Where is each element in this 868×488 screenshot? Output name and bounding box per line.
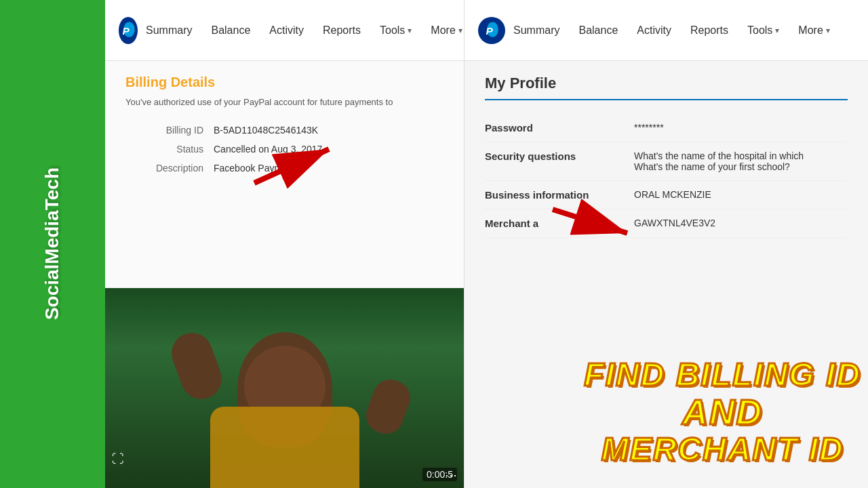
left-nav-balance[interactable]: Balance xyxy=(203,19,258,42)
left-nav-tools[interactable]: Tools▾ xyxy=(372,19,420,42)
profile-security-value: What's the name of the hospital in which… xyxy=(634,150,848,172)
left-nav-items: Summary Balance Activity Reports Tools▾ … xyxy=(138,19,465,42)
overlay-line3: MERCHANT ID xyxy=(584,432,861,468)
left-nav-summary[interactable]: Summary xyxy=(138,19,200,42)
billing-id-value: B-5AD11048C2546143K xyxy=(214,125,318,136)
billing-id-label: Billing ID xyxy=(125,125,214,136)
panels-container: P Summary Balance Activity Reports Tools… xyxy=(105,0,868,488)
more-options-icon[interactable]: ⋯ xyxy=(445,468,457,483)
profile-password-row: Password ******** xyxy=(485,114,848,142)
profile-table: Password ******** Security questions Wha… xyxy=(485,114,848,238)
right-nav-items: Summary Balance Activity Reports Tools▾ … xyxy=(505,19,838,42)
right-nav-tools[interactable]: Tools▾ xyxy=(739,19,787,42)
overlay-line1: FIND BILLING ID xyxy=(584,357,861,393)
expand-icon[interactable]: ⛶ xyxy=(112,452,124,466)
sidebar-brand-text: SocialMediaTech xyxy=(42,167,63,320)
svg-line-4 xyxy=(254,149,329,183)
profile-title: My Profile xyxy=(485,75,848,100)
left-red-arrow xyxy=(241,136,349,190)
billing-title: Billing Details xyxy=(125,75,443,90)
right-panel-wrapper: P Summary Balance Activity Reports Tools… xyxy=(465,0,868,488)
billing-section: Billing Details You've authorized use of… xyxy=(105,61,464,288)
video-person xyxy=(105,288,464,488)
left-paypal-logo: P xyxy=(119,17,138,44)
profile-password-value: ******** xyxy=(634,122,848,133)
sidebar: SocialMediaTech xyxy=(0,0,105,488)
right-paypal-nav: P Summary Balance Activity Reports Tools… xyxy=(465,0,868,61)
profile-password-label: Password xyxy=(485,122,634,134)
profile-security-label: Security questions xyxy=(485,150,634,162)
left-nav-reports[interactable]: Reports xyxy=(315,19,369,42)
billing-desc-label: Description xyxy=(125,163,214,174)
left-panel-wrapper: P Summary Balance Activity Reports Tools… xyxy=(105,0,465,488)
overlay-line2: AND xyxy=(584,393,861,432)
svg-text:P: P xyxy=(123,24,130,36)
big-text-overlay: FIND BILLING ID AND MERCHANT ID xyxy=(584,357,861,468)
profile-business-value: ORAL MCKENZIE xyxy=(634,189,848,200)
right-paypal-logo: P xyxy=(478,17,505,44)
right-nav-balance[interactable]: Balance xyxy=(570,19,626,42)
right-nav-more[interactable]: More▾ xyxy=(790,19,837,42)
svg-text:P: P xyxy=(486,24,494,36)
right-nav-activity[interactable]: Activity xyxy=(629,19,679,42)
svg-line-9 xyxy=(553,209,627,233)
left-nav-more[interactable]: More▾ xyxy=(422,19,465,42)
left-panel: P Summary Balance Activity Reports Tools… xyxy=(105,0,465,488)
left-paypal-nav: P Summary Balance Activity Reports Tools… xyxy=(105,0,464,61)
billing-subtitle: You've authorized use of your PayPal acc… xyxy=(125,97,443,107)
profile-merchant-value: GAWXTNL4VE3V2 xyxy=(634,218,848,228)
profile-merchant-row: Merchant a GAWXTNL4VE3V2 xyxy=(485,209,848,238)
right-red-arrow xyxy=(539,196,648,243)
profile-security-row: Security questions What's the name of th… xyxy=(485,142,848,181)
left-nav-activity[interactable]: Activity xyxy=(261,19,312,42)
right-nav-summary[interactable]: Summary xyxy=(505,19,568,42)
right-nav-reports[interactable]: Reports xyxy=(682,19,736,42)
main-content: P Summary Balance Activity Reports Tools… xyxy=(105,0,868,488)
billing-status-label: Status xyxy=(125,144,214,155)
video-area[interactable]: 0:00:5 ⛶ ⋯ xyxy=(105,288,464,488)
